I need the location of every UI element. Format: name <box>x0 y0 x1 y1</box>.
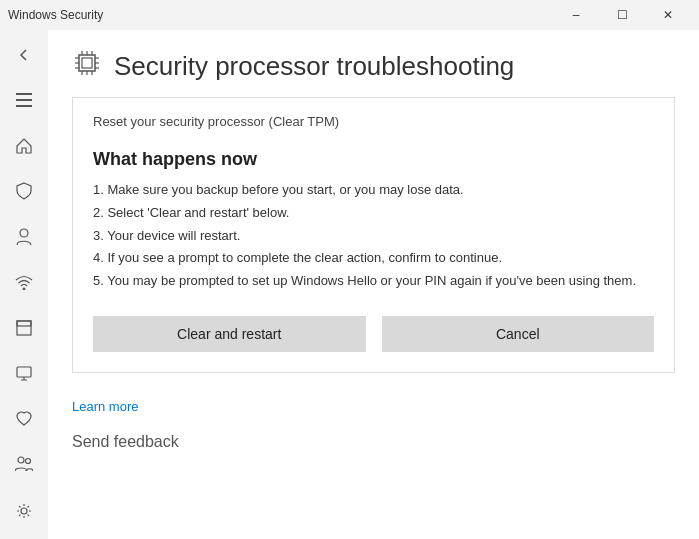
family-nav-button[interactable] <box>0 442 48 488</box>
card-buttons: Clear and restart Cancel <box>93 316 654 352</box>
svg-rect-2 <box>16 105 32 107</box>
list-item: 1. Make sure you backup before you start… <box>93 180 654 201</box>
what-happens-title: What happens now <box>93 149 654 170</box>
settings-nav-button[interactable] <box>0 487 48 535</box>
app-browser-nav-button[interactable] <box>0 305 48 351</box>
page-header: Security processor troubleshooting <box>48 30 699 97</box>
tpm-card: Reset your security processor (Clear TPM… <box>72 97 675 373</box>
family-icon <box>15 456 33 472</box>
close-button[interactable]: ✕ <box>645 0 691 30</box>
svg-rect-7 <box>17 367 31 377</box>
user-icon <box>16 228 32 246</box>
svg-rect-12 <box>82 58 92 68</box>
back-button[interactable] <box>0 32 48 78</box>
back-icon <box>16 47 32 63</box>
svg-point-8 <box>18 457 24 463</box>
svg-rect-0 <box>16 93 32 95</box>
learn-more-section: Learn more <box>48 389 699 423</box>
card-subtitle: Reset your security processor (Clear TPM… <box>93 114 654 129</box>
user-nav-button[interactable] <box>0 214 48 260</box>
clear-restart-button[interactable]: Clear and restart <box>93 316 366 352</box>
title-bar-title: Windows Security <box>8 8 103 22</box>
shield-nav-button[interactable] <box>0 169 48 215</box>
send-feedback-text: Send feedback <box>72 433 179 450</box>
device-icon <box>16 365 32 381</box>
sidebar-bottom <box>0 487 48 539</box>
app-icon <box>16 320 32 336</box>
home-icon <box>16 138 32 154</box>
list-item: 4. If you see a prompt to complete the c… <box>93 248 654 269</box>
svg-rect-6 <box>17 321 31 326</box>
list-item: 3. Your device will restart. <box>93 226 654 247</box>
title-bar: Windows Security – ☐ ✕ <box>0 0 699 30</box>
list-item: 2. Select 'Clear and restart' below. <box>93 203 654 224</box>
hamburger-icon <box>16 93 32 107</box>
shield-icon <box>16 182 32 200</box>
title-bar-left: Windows Security <box>8 8 103 22</box>
processor-icon <box>72 48 102 85</box>
home-nav-button[interactable] <box>0 123 48 169</box>
title-bar-controls: – ☐ ✕ <box>553 0 691 30</box>
device-nav-button[interactable] <box>0 351 48 397</box>
svg-point-3 <box>20 229 28 237</box>
svg-point-10 <box>21 508 27 514</box>
steps-list: 1. Make sure you backup before you start… <box>93 180 654 292</box>
chip-icon <box>72 48 102 78</box>
svg-point-9 <box>26 459 31 464</box>
content-area: Security processor troubleshooting Reset… <box>48 30 699 539</box>
sidebar <box>0 30 48 539</box>
cancel-button[interactable]: Cancel <box>382 316 655 352</box>
app-body: Security processor troubleshooting Reset… <box>0 30 699 539</box>
health-icon <box>16 411 32 427</box>
page-title: Security processor troubleshooting <box>114 51 514 82</box>
settings-icon <box>16 503 32 519</box>
maximize-button[interactable]: ☐ <box>599 0 645 30</box>
minimize-button[interactable]: – <box>553 0 599 30</box>
network-nav-button[interactable] <box>0 260 48 306</box>
svg-point-4 <box>23 288 26 291</box>
learn-more-link[interactable]: Learn more <box>72 399 138 414</box>
svg-rect-5 <box>17 321 31 335</box>
list-item: 5. You may be prompted to set up Windows… <box>93 271 654 292</box>
health-nav-button[interactable] <box>0 396 48 442</box>
svg-rect-1 <box>16 99 32 101</box>
send-feedback-section: Send feedback <box>48 423 699 459</box>
wifi-icon <box>15 274 33 290</box>
hamburger-menu-button[interactable] <box>0 78 48 124</box>
